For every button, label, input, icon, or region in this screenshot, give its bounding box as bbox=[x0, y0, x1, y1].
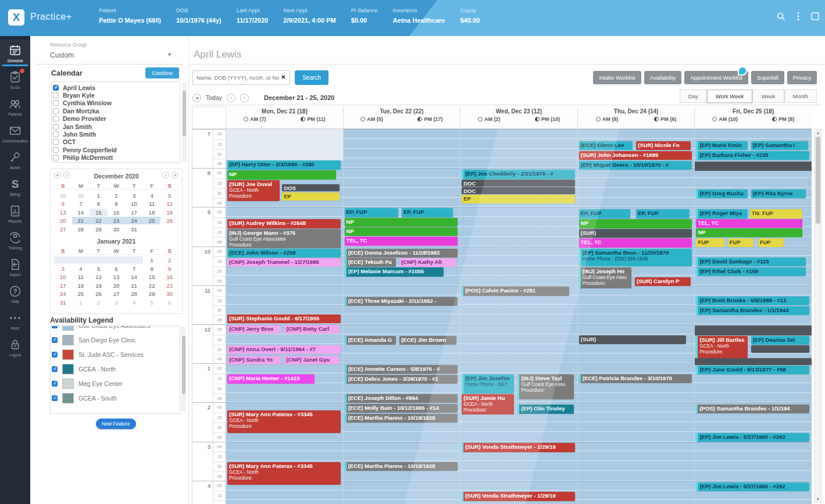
blocked-time[interactable] bbox=[695, 358, 812, 365]
mini-cal-day[interactable]: 10 bbox=[54, 273, 72, 281]
mini-cal-day[interactable]: 28 bbox=[125, 290, 143, 298]
mini-cal-day[interactable]: 2 bbox=[160, 256, 178, 264]
mini-cal-day[interactable]: 13 bbox=[54, 209, 72, 216]
provider-checkbox[interactable] bbox=[53, 116, 59, 121]
mini-cal-day[interactable]: 16 bbox=[160, 273, 178, 281]
legend-checkbox[interactable] bbox=[52, 337, 58, 343]
appointment[interactable]: DOC bbox=[462, 187, 575, 194]
next-week-icon[interactable]: › bbox=[240, 94, 249, 102]
mini-cal-day[interactable]: 27 bbox=[54, 226, 72, 233]
appointment[interactable]: (CNP) Kathy Alt bbox=[399, 258, 456, 267]
appointment[interactable]: DOC bbox=[462, 180, 575, 187]
appointment[interactable]: (INJ) Steve TaylGulf Coast Eye AssoProce… bbox=[517, 374, 573, 399]
appointment[interactable] bbox=[751, 345, 809, 353]
sidebar-item-training[interactable]: Training bbox=[0, 227, 30, 253]
appointment[interactable]: EP bbox=[462, 195, 575, 203]
day-column[interactable]: EP, FUPEP, FUPNPNPTEL, TC(ECE) Donna Jos… bbox=[343, 129, 460, 504]
appointment[interactable]: (ECE) Joseph Dillon - #864 bbox=[345, 394, 458, 403]
mini-cal-day[interactable]: 11 bbox=[72, 273, 90, 281]
mini-cal-day[interactable]: 7 bbox=[72, 200, 90, 208]
legend-row-gcea-north[interactable]: GCEA - North bbox=[52, 362, 178, 376]
mini-cal-day[interactable]: 25 bbox=[143, 217, 161, 224]
blocked-time[interactable] bbox=[695, 162, 812, 171]
appointment[interactable]: (EP) Deanna Sel bbox=[751, 336, 809, 345]
mini-cal-day[interactable]: 10 bbox=[125, 200, 143, 208]
prev-week-icon[interactable]: ‹ bbox=[227, 94, 235, 102]
appointment[interactable]: (SUR) John Johansen - #1689 bbox=[579, 151, 692, 160]
mini-cal-day[interactable]: 13 bbox=[108, 273, 126, 281]
mini-cal-day[interactable]: 6 bbox=[108, 265, 126, 273]
appointment[interactable]: (INJ) Joseph HoGulf Coast Eye AssoProced… bbox=[579, 267, 631, 288]
appointment[interactable]: (SUR) Nicole Fo bbox=[636, 141, 691, 150]
provider-checkbox[interactable] bbox=[53, 85, 59, 91]
search-input[interactable] bbox=[192, 70, 290, 85]
appointment[interactable]: (ECE) Donna Josefson - 11/28/1982 bbox=[345, 249, 458, 258]
appointment[interactable]: (EP) Samantha I bbox=[751, 141, 808, 150]
appointment[interactable]: NP bbox=[696, 228, 802, 237]
appointment[interactable]: (SUR) Mary Ann Pateras - #3345GCEA - Nor… bbox=[227, 410, 341, 433]
provider-row-april-lewis[interactable]: April Lewis bbox=[53, 84, 178, 91]
provider-checkbox[interactable] bbox=[53, 131, 59, 137]
mini-cal-day[interactable]: 24 bbox=[54, 290, 72, 298]
provider-row-penny-copperfield[interactable]: Penny Copperfield bbox=[53, 146, 178, 153]
mini-cal-day[interactable]: 22 bbox=[143, 282, 161, 289]
appointment[interactable]: (EP) Barbara Fisher - #235 bbox=[696, 151, 809, 160]
sidebar-item-reports[interactable]: Reports bbox=[0, 200, 30, 227]
sidebar-item-communication[interactable]: Communication bbox=[0, 120, 30, 146]
legend-row-san-diego-eye-clinic[interactable]: San Diego Eye Clinic bbox=[52, 333, 178, 347]
sidebar-item-logout[interactable]: Logout bbox=[0, 334, 30, 360]
view-day[interactable]: Day bbox=[680, 90, 707, 103]
day-header-tue[interactable]: Tue, Dec 22 (22)AM (5)PM (17) bbox=[343, 106, 460, 128]
appointment[interactable]: (ECE) Molly Bain - 10/12/1965 - #14 bbox=[345, 404, 458, 413]
provider-row-dan-mortzka[interactable]: Dan Mortzka bbox=[53, 107, 178, 115]
provider-checkbox[interactable] bbox=[53, 92, 59, 98]
mini-cal-day[interactable]: 14 bbox=[72, 209, 90, 216]
appointment[interactable]: (POS) Samantha Brandes - 1/1/194 bbox=[696, 405, 809, 413]
appointment[interactable]: (SUR) Vonda Strathmeyer - 1/29/19 bbox=[462, 492, 575, 501]
appointment[interactable]: (EP) Brett Brooks - 5/5/1988 - #13 bbox=[696, 296, 809, 305]
sidebar-item-to-do[interactable]: To-Do bbox=[0, 66, 30, 93]
appointment[interactable]: EP, FUP bbox=[345, 208, 398, 217]
prev-year-icon[interactable]: « bbox=[54, 171, 61, 178]
mini-cal-day[interactable]: 29 bbox=[90, 226, 108, 233]
sidebar-item-patients[interactable]: Patients bbox=[0, 93, 30, 120]
appointment[interactable]: TEL, TC bbox=[696, 219, 802, 228]
mini-cal-day[interactable]: 4 bbox=[72, 265, 90, 273]
mini-cal-day[interactable]: 7 bbox=[125, 265, 143, 273]
mini-cal-day[interactable]: 8 bbox=[90, 200, 108, 208]
appointment[interactable]: EP, FUP bbox=[579, 209, 630, 219]
provider-checkbox[interactable] bbox=[53, 124, 59, 130]
mini-cal-day[interactable]: 1 bbox=[143, 256, 161, 264]
provider-row-bryan-kyle[interactable]: Bryan Kyle bbox=[53, 91, 178, 99]
day-header-thu[interactable]: Thu, Dec 24 (14)AM (8)PM (6) bbox=[577, 106, 695, 128]
appointment[interactable]: (ECE) John Wilson - #258 bbox=[227, 249, 341, 258]
appointment[interactable]: (CNP) Janet Gyu bbox=[284, 356, 339, 364]
appointment[interactable]: (SUR) bbox=[579, 335, 687, 344]
day-column[interactable]: (EP) Harry Otter - 2/3/1990 - #280NP(SUR… bbox=[226, 129, 343, 504]
mini-cal-day[interactable]: 15 bbox=[143, 273, 161, 281]
appointment[interactable]: (ECE) Amanda G bbox=[345, 336, 396, 345]
intake-worklist-button[interactable]: Intake Worklist bbox=[593, 71, 641, 84]
mini-cal-day[interactable]: 12 bbox=[90, 273, 108, 281]
new-feature-button[interactable]: New Feature bbox=[96, 419, 136, 429]
mini-cal-day[interactable]: 15 bbox=[90, 209, 108, 216]
appointment[interactable]: (ECE) Jim Brown bbox=[399, 336, 456, 345]
appointment[interactable]: FUP bbox=[696, 238, 724, 247]
appointment[interactable]: (EP) Marie Emlo bbox=[696, 141, 747, 150]
appointment[interactable]: (EP) Melanie Marcum - #1055 bbox=[345, 267, 444, 277]
appointment[interactable]: (ECE) Martha Pianno - 10/18/1928 bbox=[345, 462, 458, 471]
mini-cal-day[interactable]: 25 bbox=[72, 290, 90, 298]
provider-row-cynthia-winslow[interactable]: Cynthia Winslow bbox=[53, 99, 178, 107]
sidebar-item-schedule[interactable]: Schedule bbox=[0, 40, 30, 66]
appointment[interactable]: (EP) Greg Bucha bbox=[696, 190, 747, 198]
mini-cal-day[interactable]: 26 bbox=[160, 217, 178, 224]
appointment[interactable]: (CNP) Sandra Yo bbox=[227, 356, 281, 364]
appointment[interactable]: (SUR) Carolyn P bbox=[635, 277, 691, 286]
provider-list-scrollbar[interactable] bbox=[182, 83, 187, 162]
appointment[interactable]: EP bbox=[282, 192, 339, 201]
mini-cal-day[interactable]: 21 bbox=[125, 282, 143, 289]
mini-cal-day[interactable]: 4 bbox=[143, 192, 161, 199]
appointment[interactable]: (SUR) Vonda Strathmeyer - 1/29/19 bbox=[462, 443, 575, 452]
appointment[interactable]: (EP) Joe Chedderly - 2/21/1979 - # bbox=[462, 170, 575, 179]
appointment[interactable]: EP, FUP bbox=[636, 209, 690, 219]
